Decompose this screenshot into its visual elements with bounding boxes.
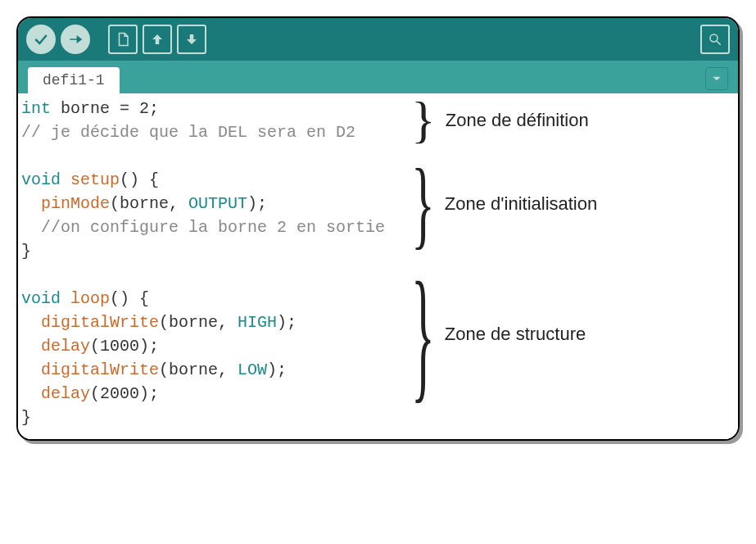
open-button[interactable] <box>143 25 172 54</box>
new-button[interactable] <box>108 25 138 54</box>
annotation-label: Zone de définition <box>446 110 589 131</box>
tab-label: defi1-1 <box>43 72 105 88</box>
serial-monitor-button[interactable] <box>700 25 730 54</box>
code-line: } <box>21 406 408 429</box>
code-line: //on configure la borne 2 en sortie <box>21 215 408 239</box>
code-line <box>21 263 408 287</box>
code-line: // je décide que la DEL sera en D2 <box>21 120 408 144</box>
code-line: delay(1000); <box>21 334 408 358</box>
arrow-down-icon <box>184 32 199 47</box>
annotation-row: }Zone d'initialisation <box>411 156 738 252</box>
code-line: void setup() { <box>21 168 408 192</box>
sketch-tab[interactable]: defi1-1 <box>28 67 120 93</box>
annotations-column: }Zone de définition}Zone d'initialisatio… <box>411 93 738 439</box>
code-line: delay(2000); <box>21 382 408 406</box>
verify-button[interactable] <box>26 25 56 54</box>
magnifier-icon <box>708 32 722 47</box>
arduino-ide-window: defi1-1 int borne = 2;// je décide que l… <box>16 16 740 441</box>
code-line: } <box>21 239 408 263</box>
editor-area: int borne = 2;// je décide que la DEL se… <box>18 93 738 439</box>
annotation-label: Zone de structure <box>445 324 586 345</box>
chevron-down-icon <box>711 73 722 84</box>
svg-line-1 <box>717 41 721 45</box>
tab-bar: defi1-1 <box>18 61 738 93</box>
arrow-right-icon <box>67 31 84 48</box>
code-line: pinMode(borne, OUTPUT); <box>21 192 408 215</box>
save-button[interactable] <box>177 25 206 54</box>
code-line: digitalWrite(borne, HIGH); <box>21 311 408 334</box>
annotation-label: Zone d'initialisation <box>445 193 597 215</box>
code-line: void loop() { <box>21 287 408 311</box>
toolbar <box>18 18 738 61</box>
brace-icon: } <box>411 100 436 141</box>
check-icon <box>33 31 49 48</box>
code-line <box>21 144 408 168</box>
annotation-row: }Zone de définition <box>411 97 738 144</box>
svg-point-0 <box>710 34 718 42</box>
code-editor[interactable]: int borne = 2;// je décide que la DEL se… <box>18 93 411 439</box>
tab-menu-button[interactable] <box>705 67 728 90</box>
arrow-up-icon <box>150 32 165 47</box>
upload-button[interactable] <box>61 25 90 54</box>
code-line: int borne = 2; <box>21 97 408 120</box>
code-line: digitalWrite(borne, LOW); <box>21 358 408 382</box>
brace-icon: } <box>411 165 435 243</box>
annotation-row: }Zone de structure <box>411 264 738 405</box>
brace-icon: } <box>411 275 435 393</box>
file-icon <box>115 32 130 47</box>
